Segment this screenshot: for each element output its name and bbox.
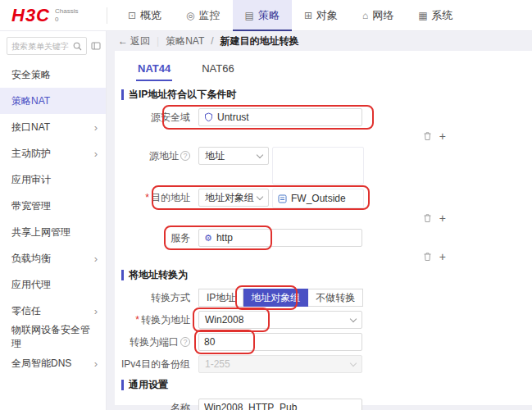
section-bar <box>121 380 124 390</box>
overview-icon: ⊡ <box>128 10 136 21</box>
sidebar-menu: 安全策略 策略NAT 接口NAT › 主动防护 › 应用审计 带宽管理 共享上网… <box>0 61 106 376</box>
sidebar-item-interface-nat[interactable]: 接口NAT › <box>0 114 106 140</box>
delete-icon[interactable] <box>423 131 432 141</box>
main-area: ← 返回 | 策略NAT / 新建目的地址转换 NAT44 NAT66 当IP地… <box>107 31 532 410</box>
add-icon[interactable]: + <box>439 251 446 262</box>
system-icon: ▦ <box>418 10 427 21</box>
sidebar-item-shared-internet[interactable]: 共享上网管理 <box>0 219 106 245</box>
row-source-zone: 源安全域 Untrust <box>120 108 532 126</box>
sidebar-item-bandwidth[interactable]: 带宽管理 <box>0 193 106 219</box>
nav-policy[interactable]: ▤ 策略 <box>233 0 292 31</box>
destination-actions: + <box>198 212 446 225</box>
add-icon[interactable]: + <box>439 130 446 142</box>
nav-monitor[interactable]: ◎ 监控 <box>174 0 232 31</box>
brand-area: H3C Chassis 0 <box>0 5 107 26</box>
row-source-address: 源地址 ? 地址 <box>120 147 532 184</box>
add-icon[interactable]: + <box>439 212 446 224</box>
nav-system[interactable]: ▦ 系统 <box>406 0 465 31</box>
back-button[interactable]: ← 返回 <box>118 34 150 48</box>
name-field[interactable] <box>198 399 362 410</box>
search-icon <box>73 42 82 51</box>
sidebar-item-policy-nat[interactable]: 策略NAT <box>0 88 106 114</box>
method-ip-address[interactable]: IP地址 <box>198 289 243 307</box>
source-address-list[interactable] <box>272 147 364 184</box>
chevron-right-icon: › <box>94 305 98 317</box>
chevron-right-icon: › <box>94 253 98 265</box>
translate-method-group: IP地址 地址对象组 不做转换 <box>198 289 363 307</box>
row-translate-address: * 转换为地址 Win2008 <box>120 311 532 329</box>
header-divider <box>107 7 107 24</box>
chevron-down-icon <box>350 359 357 366</box>
source-zone-field[interactable]: Untrust <box>198 108 362 126</box>
sidebar-item-app-audit[interactable]: 应用审计 <box>0 166 106 193</box>
section-general: 通用设置 <box>121 378 532 392</box>
network-icon: ⌂ <box>362 10 368 21</box>
required-mark: * <box>145 189 149 207</box>
breadcrumb-parent[interactable]: 策略NAT <box>166 34 204 48</box>
row-service: 服务 ⚙ http <box>120 229 532 247</box>
section-translate: 将地址转换为 <box>121 268 532 282</box>
sidebar-search[interactable] <box>7 37 87 55</box>
sidebar-item-app-proxy[interactable]: 应用代理 <box>0 271 106 298</box>
h3c-logo: H3C <box>11 5 50 26</box>
sidebar-item-global-dns[interactable]: 全局智能DNS › <box>0 350 106 376</box>
sidebar-item-iot-security[interactable]: 物联网设备安全管理 <box>0 324 106 350</box>
page-title: 新建目的地址转换 <box>221 34 299 48</box>
breadcrumb: ← 返回 | 策略NAT / 新建目的地址转换 <box>107 31 532 51</box>
translate-port-value: 80 <box>204 336 215 348</box>
chevron-down-icon <box>257 151 263 157</box>
name-input[interactable] <box>204 402 357 410</box>
destination-address-type-select[interactable]: 地址对象组 <box>198 189 269 207</box>
tab-nat44[interactable]: NAT44 <box>136 57 172 81</box>
source-address-type-select[interactable]: 地址 <box>198 147 269 165</box>
chevron-down-icon <box>257 193 263 199</box>
required-mark: * <box>135 311 139 329</box>
back-arrow-icon: ← <box>118 35 128 47</box>
source-zone-value: Untrust <box>217 112 249 123</box>
collapse-sidebar-icon[interactable] <box>91 41 101 51</box>
row-translate-port: 转换为端口 ? 80 <box>120 333 532 351</box>
service-value: http <box>216 232 233 244</box>
breadcrumb-divider: | <box>157 35 159 47</box>
chevron-down-icon <box>350 315 357 321</box>
nat-tabs: NAT44 NAT66 <box>120 57 532 81</box>
row-name: 名称 <box>120 399 532 410</box>
row-translate-method: 转换方式 IP地址 地址对象组 不做转换 <box>120 289 532 307</box>
service-actions: + <box>198 250 446 263</box>
sidebar-item-security-policy[interactable]: 安全策略 <box>0 61 106 88</box>
nav-object[interactable]: ⊞ 对象 <box>292 0 350 31</box>
chevron-right-icon: › <box>94 358 98 370</box>
service-icon: ⚙ <box>204 233 212 244</box>
service-field[interactable]: ⚙ http <box>198 229 362 247</box>
backup-group-select: 1-255 <box>198 355 362 373</box>
chevron-right-icon: › <box>94 148 98 160</box>
help-icon[interactable]: ? <box>180 337 190 347</box>
search-input[interactable] <box>11 42 73 51</box>
delete-icon[interactable] <box>423 252 432 262</box>
chassis-label: Chassis 0 <box>55 7 78 23</box>
section-match-conditions: 当IP地址符合以下条件时 <box>121 88 532 102</box>
app-header: H3C Chassis 0 ⊡ 概览 ◎ 监控 ▤ 策略 ⊞ 对象 ⌂ 网络 ▦… <box>0 0 532 31</box>
chevron-right-icon: › <box>94 121 98 134</box>
address-group-icon <box>278 194 287 203</box>
nav-network[interactable]: ⌂ 网络 <box>350 0 406 31</box>
sidebar-item-load-balance[interactable]: 负载均衡 › <box>0 245 106 271</box>
monitor-icon: ◎ <box>186 10 194 21</box>
translate-port-field[interactable]: 80 <box>198 333 362 351</box>
nav-overview[interactable]: ⊡ 概览 <box>116 0 174 31</box>
sidebar: 安全策略 策略NAT 接口NAT › 主动防护 › 应用审计 带宽管理 共享上网… <box>0 31 107 410</box>
top-nav: ⊡ 概览 ◎ 监控 ▤ 策略 ⊞ 对象 ⌂ 网络 ▦ 系统 <box>116 0 466 31</box>
method-no-translate[interactable]: 不做转换 <box>308 289 363 307</box>
destination-address-value[interactable]: FW_Outside <box>272 189 364 208</box>
zone-shield-icon <box>204 112 213 122</box>
delete-icon[interactable] <box>423 213 432 223</box>
section-bar <box>121 89 124 100</box>
help-icon[interactable]: ? <box>180 151 190 161</box>
translate-address-select[interactable]: Win2008 <box>198 311 362 329</box>
source-zone-actions: + <box>198 130 446 143</box>
sidebar-item-zero-trust[interactable]: 零信任 › <box>0 298 106 324</box>
tab-nat66[interactable]: NAT66 <box>200 57 236 81</box>
row-destination-address: * 目的地址 地址对象组 FW_Outside <box>120 189 532 208</box>
method-address-group[interactable]: 地址对象组 <box>243 289 308 307</box>
sidebar-item-active-protection[interactable]: 主动防护 › <box>0 140 106 166</box>
